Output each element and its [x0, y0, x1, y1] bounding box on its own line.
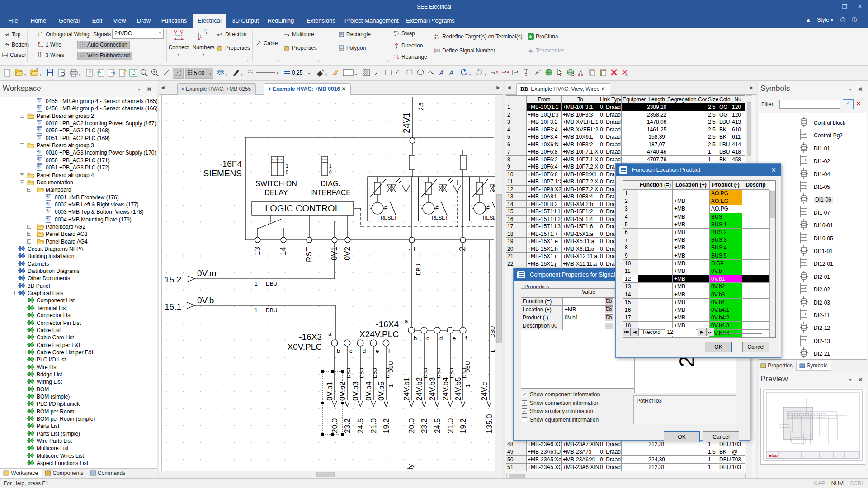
db-tab-nav-right-icon[interactable]: ▶ [750, 85, 753, 90]
tab-nav-right-icon[interactable]: ▶ [496, 85, 500, 90]
workspace-header-icons[interactable]: ▾ 🗙 [138, 87, 154, 92]
tree-expand-icon[interactable]: + [27, 232, 31, 236]
tree-item[interactable]: PLC I/O List [0, 356, 157, 363]
hatch-pattern-icon[interactable] [362, 68, 372, 79]
collapse-ribbon-icon[interactable]: ▲ [806, 17, 811, 23]
find-button[interactable]: ⌕ [843, 99, 854, 109]
flp-row-10[interactable]: 10 +MB DISP [623, 260, 769, 267]
menu-tab-electrical[interactable]: Electrical [193, 14, 226, 28]
canvas-hscrollbar[interactable] [159, 471, 503, 478]
import-page-icon[interactable] [96, 68, 106, 79]
direction-button[interactable]: Direction [393, 42, 423, 49]
record-prev-button[interactable]: ◄ [631, 328, 639, 336]
checkbox-3[interactable]: Show equipment information [522, 417, 599, 423]
menu-tab-external-programs[interactable]: External Programs [404, 14, 457, 28]
circle-tool-icon[interactable] [405, 68, 415, 79]
print-icon[interactable]: ▾ [69, 68, 82, 79]
flp-row-6[interactable]: 6 +MB BUS:2 [623, 229, 769, 236]
clear-filter-icon[interactable]: ✕ [855, 99, 861, 108]
copy-icon[interactable] [588, 68, 598, 79]
tree-item[interactable]: 0455 +MB Air group 4 - Sensor channels (… [0, 98, 157, 105]
edit-page-icon[interactable] [118, 68, 127, 79]
tree-item[interactable]: BOM per Room (simple) [0, 415, 157, 422]
flp-row-1[interactable]: 1 AO.PG [623, 190, 769, 197]
line-width-combo[interactable]: 0.25▾ [283, 68, 313, 79]
paste-icon[interactable] [599, 68, 609, 79]
zoom-icon[interactable] [139, 68, 149, 79]
wire-between-icon[interactable] [512, 68, 522, 79]
tree-item[interactable]: 0010 +PB_AG2 Incoming Power Supply (167) [0, 120, 157, 127]
refresh-icon[interactable] [128, 68, 138, 79]
potential-bottom-button[interactable]: Bottom [4, 42, 29, 48]
proclima-button[interactable]: ✻ProClima [528, 33, 558, 40]
cross-tool-icon[interactable] [162, 68, 172, 79]
cable-button[interactable]: wCable [255, 40, 278, 47]
record-first-button[interactable]: ⏮ [623, 328, 631, 336]
tree-expand-icon[interactable]: − [27, 188, 31, 192]
flp-row-9[interactable]: 9 +MB BUS:5 [623, 252, 769, 260]
menu-tab-draw[interactable]: Draw [133, 14, 155, 28]
three-wires-button[interactable]: 3 Wires [38, 52, 64, 58]
tree-item[interactable]: Aspect Functions List [0, 460, 157, 467]
record-next-button[interactable]: ► [698, 328, 706, 336]
flp-row-11[interactable]: 11 +MB 0V.b [623, 267, 769, 275]
flp-row-12[interactable]: 12 +MB 0V.b1 [623, 275, 769, 283]
cable-tool-icon[interactable]: w [533, 68, 543, 79]
flp-row-5[interactable]: 5 +MB BUS:1 [623, 221, 769, 229]
rectangle-tool-icon[interactable] [383, 68, 393, 79]
help-icon[interactable]: ⓘ [840, 17, 846, 23]
symbol-item-di1-01[interactable]: DI1-01 [759, 142, 867, 155]
flp-row-8[interactable]: 8 +MB BUS:4 [623, 244, 769, 252]
flp-row-13[interactable]: 13 +MB 0V.b2 [623, 283, 769, 291]
globe-search-icon[interactable] [566, 68, 576, 79]
comp-ok-button[interactable]: OK [664, 431, 700, 442]
rearrange-button[interactable]: Rearrange [393, 54, 427, 60]
maximize-button[interactable]: ❐ [840, 3, 849, 11]
text-edit-icon[interactable]: A [448, 68, 458, 79]
tree-item[interactable]: BOM per Room [0, 408, 157, 415]
workspace-tab-components[interactable]: Components [42, 469, 87, 478]
tab-db-wires[interactable]: DB Example HVAC: View, Wires ✕ [516, 83, 610, 95]
flp-row-16[interactable]: 16 +MB 0V.b4:1 [623, 306, 769, 314]
numbers-button[interactable]: L11Numbers▾ [192, 29, 215, 57]
db-tab-nav-left-icon[interactable]: ◀ [507, 85, 511, 90]
flp-close-icon[interactable]: ✕ [771, 164, 776, 176]
flp-row-2[interactable]: 2 +MB AO.EG [623, 197, 769, 205]
tree-item[interactable]: Cable Core List per F&L [0, 349, 157, 356]
curve-tool-icon[interactable] [427, 68, 437, 79]
canvas-vscrollbar[interactable] [495, 95, 503, 471]
flp-row-15[interactable]: 15 +MB 0V.b4 [623, 299, 769, 306]
filter-input[interactable] [779, 100, 840, 109]
tree-expand-icon[interactable]: − [11, 291, 15, 295]
save-icon[interactable] [45, 68, 55, 79]
tree-item[interactable]: Cable List [0, 327, 157, 334]
menu-tab-3d-output[interactable]: 3D Output [230, 14, 261, 28]
tree-item[interactable]: Cabinets [0, 260, 157, 267]
right-tab-symbols[interactable]: Symbols [796, 361, 831, 371]
wire-drop-icon[interactable] [523, 68, 533, 79]
arc-tool-icon[interactable] [394, 68, 404, 79]
tree-item[interactable]: 0051 +PB_AG2 PLC (169) [0, 135, 157, 142]
tree-item[interactable]: 0010 +PB_AG3 Incoming Power Supply (170) [0, 149, 157, 156]
tree-item[interactable]: 0456 +MB Air group 4 - Sensor channels (… [0, 105, 157, 112]
tree-item[interactable]: Component List [0, 297, 157, 304]
text-tool-icon[interactable]: A [438, 68, 448, 79]
tree-item[interactable]: PLC I/O lijst uniek [0, 400, 157, 408]
layers-icon[interactable]: ▾ [216, 68, 230, 79]
menu-tab-functions[interactable]: Functions [158, 14, 190, 28]
tree-item[interactable]: +Panel Board AG3 [0, 230, 157, 238]
zoom-in-icon[interactable] [150, 68, 160, 79]
globe-icon[interactable] [544, 68, 554, 79]
new-icon[interactable] [3, 68, 13, 79]
workspace-tab-workspace[interactable]: Workspace [0, 469, 42, 478]
open-project-icon[interactable]: ▾ [30, 68, 43, 79]
close-button[interactable]: ✕ [855, 3, 864, 11]
brush-icon[interactable] [331, 68, 341, 79]
orthogonal-wiring-button[interactable]: Orthogonal Wiring [38, 31, 90, 38]
schematic-canvas[interactable]: DBU2.524V1-16F4SIEMENSTD1TD2COM1010SWITC… [159, 95, 495, 471]
comp-cancel-button[interactable]: Cancel [703, 431, 739, 442]
flp-dialog-titlebar[interactable]: Function Location Product ✕ [616, 164, 781, 176]
tree-item[interactable]: 0051 +PB_AG3 PLC (172) [0, 164, 157, 171]
pencil-icon[interactable]: ▾ [231, 68, 245, 79]
flp-ok-button[interactable]: OK [705, 342, 732, 352]
